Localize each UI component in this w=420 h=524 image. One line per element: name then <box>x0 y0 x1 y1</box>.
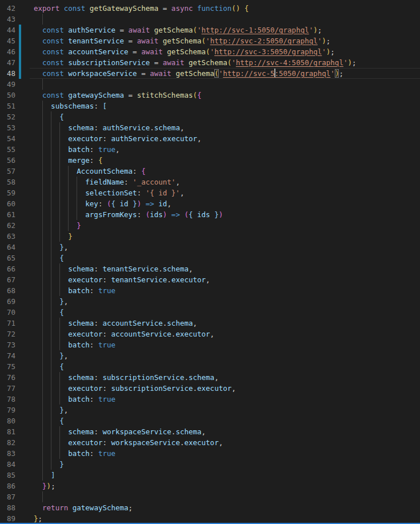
code-line[interactable]: 75 { <box>0 361 420 372</box>
line-number[interactable]: 47 <box>0 57 15 68</box>
line-number[interactable]: 68 <box>0 285 15 296</box>
code-line[interactable]: 42export const getGatewaySchema = async … <box>0 3 420 14</box>
line-number[interactable]: 64 <box>0 242 15 253</box>
line-number[interactable]: 84 <box>0 459 15 470</box>
code-line[interactable]: 68 batch: true <box>0 285 420 296</box>
line-number[interactable]: 81 <box>0 426 15 437</box>
code-line[interactable]: 48 const workspaceService = await getSch… <box>0 68 420 79</box>
line-number[interactable]: 80 <box>0 415 15 426</box>
code-line[interactable]: 81 schema: workspaceService.schema, <box>0 426 420 437</box>
code-line[interactable]: 58 fieldName: '_account', <box>0 177 420 187</box>
code-line[interactable]: 80 { <box>0 415 420 426</box>
git-modified-indicator[interactable] <box>19 25 21 35</box>
code-line[interactable]: 51 subschemas: [ <box>0 101 420 111</box>
line-number[interactable]: 70 <box>0 307 15 318</box>
code-line[interactable]: 57 AccountSchema: { <box>0 166 420 177</box>
code-line[interactable]: 82 executor: workspaceService.executor, <box>0 437 420 448</box>
line-number[interactable]: 44 <box>0 25 15 35</box>
code-line[interactable]: 71 schema: accountService.schema, <box>0 318 420 329</box>
code-line[interactable]: 78 batch: true <box>0 394 420 405</box>
code-line[interactable]: 88 return gatewaySchema; <box>0 502 420 513</box>
line-number[interactable]: 49 <box>0 79 15 90</box>
code-line[interactable]: 43 <box>0 14 420 25</box>
git-modified-indicator[interactable] <box>19 46 21 57</box>
code-line[interactable]: 55 batch: true, <box>0 144 420 155</box>
line-number[interactable]: 52 <box>0 111 15 122</box>
code-line[interactable]: 77 executor: subscriptionService.executo… <box>0 383 420 394</box>
line-number[interactable]: 48 <box>0 68 15 79</box>
code-line[interactable]: 74 }, <box>0 350 420 361</box>
code-line[interactable]: 87 <box>0 491 420 502</box>
line-number[interactable]: 45 <box>0 35 15 46</box>
code-line[interactable]: 52 { <box>0 111 420 122</box>
code-line[interactable]: 53 schema: authService.schema, <box>0 122 420 133</box>
code-line[interactable]: 83 batch: true <box>0 448 420 459</box>
line-number[interactable]: 58 <box>0 177 15 187</box>
code-line[interactable]: 65 { <box>0 253 420 263</box>
line-number[interactable]: 55 <box>0 144 15 155</box>
line-number[interactable]: 75 <box>0 361 15 372</box>
code-line[interactable]: 56 merge: { <box>0 155 420 166</box>
git-modified-indicator[interactable] <box>19 35 21 46</box>
line-number[interactable]: 67 <box>0 274 15 285</box>
git-modified-indicator[interactable] <box>19 68 21 79</box>
code-line[interactable]: 61 argsFromKeys: (ids) => ({ ids }) <box>0 209 420 220</box>
code-line[interactable]: 69 }, <box>0 296 420 307</box>
line-number[interactable]: 56 <box>0 155 15 166</box>
line-number[interactable]: 85 <box>0 470 15 481</box>
line-number[interactable]: 63 <box>0 231 15 242</box>
line-number[interactable]: 57 <box>0 166 15 177</box>
code-line[interactable]: 67 executor: tenantService.executor, <box>0 274 420 285</box>
code-line[interactable]: 63 } <box>0 231 420 242</box>
line-number[interactable]: 71 <box>0 318 15 329</box>
line-number[interactable]: 54 <box>0 133 15 144</box>
line-number[interactable]: 77 <box>0 383 15 394</box>
line-number[interactable]: 88 <box>0 502 15 513</box>
code-line[interactable]: 85 ] <box>0 470 420 481</box>
line-number[interactable]: 83 <box>0 448 15 459</box>
code-line[interactable]: 73 batch: true <box>0 339 420 350</box>
line-number[interactable]: 79 <box>0 405 15 415</box>
line-number[interactable]: 42 <box>0 3 15 14</box>
code-line[interactable]: 84 } <box>0 459 420 470</box>
code-line[interactable]: 86 }); <box>0 481 420 491</box>
line-number[interactable]: 60 <box>0 198 15 209</box>
line-number[interactable]: 62 <box>0 220 15 231</box>
line-number[interactable]: 59 <box>0 187 15 198</box>
line-number[interactable]: 43 <box>0 14 15 25</box>
code-line[interactable]: 64 }, <box>0 242 420 253</box>
line-number[interactable]: 51 <box>0 101 15 111</box>
syntax-token: : <box>90 156 98 165</box>
line-number[interactable]: 72 <box>0 329 15 339</box>
code-line[interactable]: 72 executor: accountService.executor, <box>0 329 420 339</box>
code-line[interactable]: 76 schema: subscriptionService.schema, <box>0 372 420 383</box>
code-line[interactable]: 46 const accountService = await getSchem… <box>0 46 420 57</box>
line-number[interactable]: 76 <box>0 372 15 383</box>
line-number[interactable]: 50 <box>0 90 15 101</box>
line-number[interactable]: 73 <box>0 339 15 350</box>
code-line[interactable]: 66 schema: tenantService.schema, <box>0 263 420 274</box>
line-number[interactable]: 86 <box>0 481 15 491</box>
code-line[interactable]: 47 const subscriptionService = await get… <box>0 57 420 68</box>
code-line[interactable]: 44 const authService = await getSchema('… <box>0 25 420 35</box>
code-line[interactable]: 62 } <box>0 220 420 231</box>
code-line[interactable]: 59 selectionSet: '{ id }', <box>0 187 420 198</box>
code-line[interactable]: 50 const gatewaySchema = stitchSchemas({ <box>0 90 420 101</box>
line-number[interactable]: 61 <box>0 209 15 220</box>
line-number[interactable]: 78 <box>0 394 15 405</box>
line-number[interactable]: 65 <box>0 253 15 263</box>
code-line[interactable]: 60 key: ({ id }) => id, <box>0 198 420 209</box>
line-number[interactable]: 66 <box>0 263 15 274</box>
code-line[interactable]: 54 executor: authService.executor, <box>0 133 420 144</box>
line-number[interactable]: 69 <box>0 296 15 307</box>
line-number[interactable]: 46 <box>0 46 15 57</box>
code-line[interactable]: 49 <box>0 79 420 90</box>
line-number[interactable]: 53 <box>0 122 15 133</box>
code-line[interactable]: 79 }, <box>0 405 420 415</box>
code-line[interactable]: 70 { <box>0 307 420 318</box>
line-number[interactable]: 87 <box>0 491 15 502</box>
git-modified-indicator[interactable] <box>19 57 21 68</box>
line-number[interactable]: 74 <box>0 350 15 361</box>
code-line[interactable]: 45 const tenantService = await getSchema… <box>0 35 420 46</box>
line-number[interactable]: 82 <box>0 437 15 448</box>
